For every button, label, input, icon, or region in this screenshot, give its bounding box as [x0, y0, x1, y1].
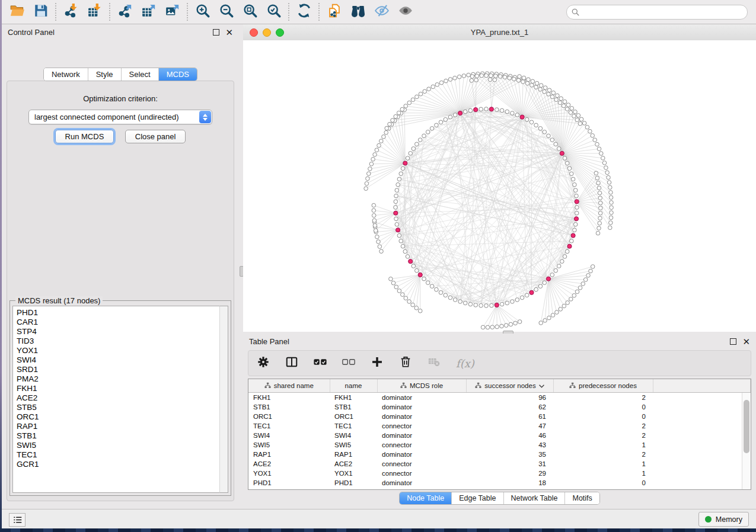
graph-node[interactable] [560, 259, 564, 264]
graph-node[interactable] [565, 161, 569, 165]
graph-node[interactable] [525, 293, 529, 297]
graph-satellite-node[interactable] [610, 201, 614, 205]
cell-name[interactable]: SWI5 [330, 440, 377, 450]
memory-button[interactable]: Memory [698, 512, 749, 527]
split-panel-button[interactable] [285, 355, 298, 371]
graph-satellite-node[interactable] [608, 226, 613, 230]
graph-satellite-node[interactable] [572, 294, 576, 298]
graph-satellite-node[interactable] [591, 134, 595, 138]
mcds-result-item[interactable]: STB5 [17, 403, 221, 412]
graph-node[interactable] [573, 228, 577, 232]
table-row[interactable]: RAP1RAP1dominator352 [248, 450, 751, 459]
graph-node[interactable] [399, 239, 403, 243]
settings-gear-button[interactable] [257, 355, 270, 371]
graph-node[interactable] [430, 284, 434, 289]
graph-satellite-node[interactable] [509, 322, 513, 326]
cell-shared-name[interactable]: ACE2 [248, 459, 330, 469]
graph-satellite-node[interactable] [597, 147, 601, 151]
tab-mcds[interactable]: MCDS [158, 68, 197, 81]
graph-node[interactable] [395, 223, 399, 227]
graph-satellite-node[interactable] [609, 216, 613, 220]
graph-satellite-node[interactable] [550, 95, 554, 99]
graph-hub-node[interactable] [458, 111, 462, 115]
graph-node[interactable] [468, 108, 473, 113]
graph-satellite-node[interactable] [576, 114, 580, 118]
graph-node[interactable] [409, 152, 413, 156]
graph-satellite-node[interactable] [374, 229, 378, 233]
graph-satellite-node[interactable] [565, 107, 569, 111]
column-header-shared-name[interactable]: shared name [248, 379, 330, 393]
graph-satellite-node[interactable] [518, 75, 522, 79]
graph-satellite-node[interactable] [569, 111, 573, 115]
graph-node[interactable] [422, 277, 426, 281]
graph-hub-node[interactable] [403, 161, 407, 165]
mcds-result-item[interactable]: ACE2 [17, 393, 221, 403]
cell-predecessor-nodes[interactable]: 1 [553, 459, 653, 469]
graph-node[interactable] [415, 142, 419, 146]
cell-successor-nodes[interactable]: 29 [466, 469, 553, 478]
graph-node[interactable] [567, 166, 572, 171]
graph-satellite-node[interactable] [379, 249, 384, 254]
select-all-button[interactable] [314, 355, 327, 371]
graph-satellite-node[interactable] [415, 95, 419, 99]
graph-satellite-node[interactable] [474, 78, 479, 82]
graph-satellite-node[interactable] [530, 84, 534, 88]
graph-satellite-node[interactable] [373, 223, 377, 227]
open-folder-button[interactable] [5, 2, 29, 22]
graph-satellite-node[interactable] [486, 325, 490, 329]
network-canvas[interactable] [243, 40, 756, 332]
graph-satellite-node[interactable] [375, 235, 379, 239]
mcds-result-item[interactable]: TID3 [17, 336, 221, 346]
graph-node[interactable] [406, 255, 410, 259]
graph-node[interactable] [435, 123, 439, 127]
graph-satellite-node[interactable] [411, 98, 415, 102]
table-row[interactable]: ORC1ORC1dominator610 [248, 412, 751, 421]
graph-satellite-node[interactable] [578, 121, 582, 126]
graph-node[interactable] [394, 217, 398, 221]
table-row[interactable]: ACE2ACE2connector311 [248, 459, 751, 469]
graph-node[interactable] [403, 249, 407, 254]
graph-node[interactable] [505, 110, 509, 114]
cell-MCDS-role[interactable]: dominator [377, 478, 466, 488]
graph-hub-node[interactable] [409, 259, 413, 264]
graph-satellite-node[interactable] [513, 321, 518, 325]
cell-shared-name[interactable]: SWI5 [248, 440, 330, 450]
graph-satellite-node[interactable] [377, 143, 381, 148]
graph-satellite-node[interactable] [414, 306, 419, 310]
graph-satellite-node[interactable] [610, 211, 614, 215]
graph-satellite-node[interactable] [547, 92, 551, 97]
graph-satellite-node[interactable] [379, 139, 384, 143]
graph-node[interactable] [525, 117, 529, 121]
graph-node[interactable] [401, 244, 405, 248]
graph-node[interactable] [511, 111, 515, 116]
graph-node[interactable] [444, 293, 448, 297]
graph-satellite-node[interactable] [543, 319, 547, 323]
graph-satellite-node[interactable] [384, 130, 388, 134]
zoom-fit-button[interactable] [238, 2, 262, 22]
cell-shared-name[interactable]: ORC1 [248, 412, 330, 421]
cell-name[interactable]: STB1 [330, 402, 377, 412]
graph-satellite-node[interactable] [591, 265, 595, 269]
graph-node[interactable] [463, 110, 467, 114]
tab-node-table[interactable]: Node Table [400, 492, 451, 504]
graph-node[interactable] [557, 147, 561, 151]
graph-node[interactable] [474, 303, 478, 307]
mcds-result-item[interactable]: CAR1 [17, 318, 221, 327]
graph-satellite-node[interactable] [597, 226, 601, 230]
graph-satellite-node[interactable] [559, 97, 563, 101]
graph-node[interactable] [401, 166, 405, 171]
graph-node[interactable] [394, 206, 398, 210]
graph-satellite-node[interactable] [382, 135, 386, 139]
graph-satellite-node[interactable] [579, 117, 583, 121]
graph-satellite-node[interactable] [563, 100, 567, 104]
column-header-predecessor-nodes[interactable]: predecessor nodes [553, 379, 653, 393]
graph-satellite-node[interactable] [598, 216, 602, 220]
column-header-MCDS-role[interactable]: MCDS role [377, 379, 466, 393]
graph-satellite-node[interactable] [566, 103, 570, 107]
mcds-result-item[interactable]: YOX1 [17, 346, 221, 355]
cell-MCDS-role[interactable]: dominator [377, 431, 466, 440]
graph-node[interactable] [397, 233, 401, 238]
graph-satellite-node[interactable] [500, 324, 504, 328]
graph-satellite-node[interactable] [573, 110, 578, 114]
table-row[interactable]: YOX1YOX1connector291 [248, 469, 751, 478]
